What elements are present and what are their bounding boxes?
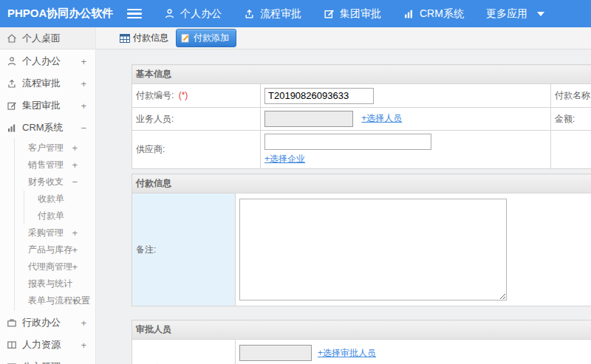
business-person-input[interactable] — [264, 111, 353, 127]
sidebar-item-receipt-order[interactable]: 收款单 — [24, 190, 95, 207]
payment-name-label: 付款名称: — [555, 90, 591, 100]
expand-plus-icon[interactable]: + — [81, 56, 86, 67]
nav-group-approval[interactable]: 集团审批 — [324, 7, 381, 21]
remark-textarea[interactable] — [239, 199, 507, 301]
section-title: 审批人员 — [132, 320, 591, 340]
collapse-minus-icon[interactable]: − — [81, 123, 86, 134]
remark-label-cell: 备注: — [132, 193, 236, 306]
expand-plus-icon[interactable]: + — [81, 340, 86, 351]
sidebar-item-purchase-mgmt[interactable]: 采购管理 + — [15, 224, 95, 241]
top-header: PHPOA协同办公软件 个人办公 流程审批 集团审批 CRM系统 — [0, 0, 591, 27]
main-content: 付款信息 付款添加 基本信息 付款编号: (*) — [96, 27, 591, 364]
briefcase-icon — [7, 317, 17, 328]
tab-payment-add-active[interactable]: 付款添加 — [176, 29, 236, 47]
expand-plus-icon[interactable]: + — [81, 78, 86, 89]
edit-square-icon — [324, 8, 335, 19]
sidebar-item-customer-mgmt[interactable]: 客户管理 + — [15, 140, 95, 157]
sidebar-item-payment-order[interactable]: 付款单 — [24, 207, 95, 224]
table-icon — [120, 34, 130, 43]
bar-chart-icon — [7, 123, 17, 133]
person-icon — [7, 56, 17, 66]
business-person-label: 业务人员: — [136, 114, 174, 124]
sidebar-item-hr[interactable]: 人力资源 + — [0, 334, 95, 355]
payment-no-label: 付款编号: — [136, 90, 174, 100]
sidebar-item-group-approval[interactable]: 集团审批 + — [0, 95, 95, 116]
tab-payment-info[interactable]: 付款信息 — [120, 32, 168, 44]
sidebar: 个人桌面 个人办公 + 流程审批 + 集团审批 + — [0, 27, 96, 364]
caret-down-icon — [537, 12, 544, 16]
sidebar-item-crm[interactable]: CRM系统 − — [0, 117, 95, 138]
supplier-input[interactable] — [264, 134, 431, 150]
sidebar-item-sales-mgmt[interactable]: 销售管理 + — [15, 157, 95, 174]
flow-upload-icon — [244, 8, 255, 19]
expand-plus-icon[interactable]: + — [81, 362, 86, 364]
edit-page-icon — [181, 33, 191, 43]
app-title: PHPOA协同办公软件 — [0, 7, 117, 21]
section-title: 基本信息 — [132, 65, 591, 84]
sidebar-item-form-flow-settings[interactable]: 表单与流程设置 + — [15, 292, 95, 309]
select-person-link[interactable]: +选择人员 — [361, 113, 402, 123]
sidebar-item-reports-stats[interactable]: 报表与统计 — [15, 275, 95, 292]
expand-plus-icon[interactable]: + — [81, 100, 86, 111]
expand-plus-icon[interactable]: + — [72, 295, 78, 306]
sidebar-item-agent-mgmt[interactable]: 代理商管理 + — [15, 258, 95, 275]
expand-plus-icon[interactable]: + — [72, 159, 78, 171]
section-title: 付款信息 — [132, 174, 591, 193]
tab-bar: 付款信息 付款添加 — [96, 27, 591, 49]
nav-more-apps[interactable]: 更多应用 — [486, 7, 544, 21]
remark-label: 备注: — [136, 244, 156, 255]
crm-submenu: 客户管理 + 销售管理 + 财务收支 − 收款单 付款单 采购管理 — [14, 138, 95, 311]
section-approver: 审批人员 设置审批人员: (*) +选择审批人员 提醒审批人员: — [131, 320, 591, 364]
sidebar-item-products-inventory[interactable]: 产品与库存 + — [15, 241, 95, 258]
expand-plus-icon[interactable]: + — [72, 244, 78, 255]
payment-add-form: 基本信息 付款编号: (*) 付款名称: (*) 业务人员: — [131, 64, 591, 364]
person-icon — [164, 8, 175, 19]
section-basic-info: 基本信息 付款编号: (*) 付款名称: (*) 业务人员: — [131, 64, 591, 169]
approver-input[interactable] — [239, 345, 312, 361]
sidebar-item-desktop[interactable]: 个人桌面 — [0, 27, 95, 49]
expand-plus-icon[interactable]: + — [72, 142, 78, 154]
sidebar-item-admin-office[interactable]: 行政办公 + — [0, 312, 95, 333]
finance-submenu: 收款单 付款单 — [24, 190, 95, 224]
expand-plus-icon[interactable]: + — [72, 261, 78, 272]
supplier-label: 供应商: — [136, 144, 165, 154]
flow-upload-icon — [7, 78, 17, 89]
nav-flow-approval[interactable]: 流程审批 — [244, 7, 301, 21]
expand-plus-icon[interactable]: + — [81, 317, 86, 329]
home-icon — [7, 33, 17, 44]
sidebar-item-flow-approval[interactable]: 流程审批 + — [0, 73, 95, 94]
expand-plus-icon[interactable]: + — [72, 227, 78, 238]
top-nav: 个人办公 流程审批 集团审批 CRM系统 更多应用 — [142, 7, 544, 21]
payment-no-input[interactable] — [264, 88, 374, 104]
required-mark: (*) — [179, 90, 188, 100]
nav-crm[interactable]: CRM系统 — [403, 7, 464, 21]
hamburger-menu-icon[interactable] — [127, 7, 142, 21]
collapse-minus-icon[interactable]: − — [72, 176, 78, 188]
bar-chart-icon — [403, 8, 414, 19]
section-payment-info: 付款信息 备注: — [131, 174, 591, 306]
book-icon — [7, 340, 17, 350]
amount-label: 金额: — [555, 114, 575, 124]
sidebar-item-personal-office[interactable]: 个人办公 + — [0, 51, 95, 72]
select-approver-link[interactable]: +选择审批人员 — [318, 347, 376, 360]
sidebar-item-document-mgmt[interactable]: 公文管理 + — [0, 357, 95, 364]
select-company-link[interactable]: +选择企业 — [264, 153, 305, 165]
nav-personal-office[interactable]: 个人办公 — [164, 7, 222, 21]
edit-square-icon — [7, 100, 17, 111]
sidebar-item-finance[interactable]: 财务收支 − — [15, 174, 95, 190]
